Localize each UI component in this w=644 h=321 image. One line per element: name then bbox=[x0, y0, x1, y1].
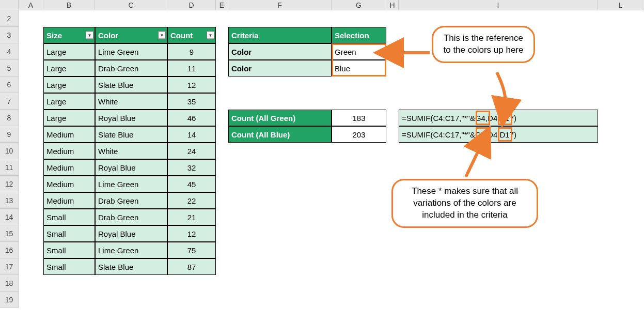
cell-size-12[interactable]: Medium bbox=[43, 176, 95, 192]
row-header-15[interactable]: 15 bbox=[0, 225, 19, 242]
cell-size-17[interactable]: Small bbox=[43, 258, 95, 275]
cell-size-4[interactable]: Large bbox=[43, 43, 95, 60]
row-headers: 2345678910111213141516171819 bbox=[0, 10, 19, 308]
cell-size-9[interactable]: Medium bbox=[43, 126, 95, 143]
cell-color-10[interactable]: White bbox=[95, 143, 167, 159]
row-header-14[interactable]: 14 bbox=[0, 209, 19, 225]
cell-count-15[interactable]: 12 bbox=[167, 225, 216, 242]
row-header-17[interactable]: 17 bbox=[0, 258, 19, 275]
cell-count-13[interactable]: 22 bbox=[167, 192, 216, 209]
filter-dropdown-icon[interactable]: ▼ bbox=[86, 32, 93, 39]
cell-criteria-5[interactable]: Color bbox=[228, 60, 332, 77]
cell-selection-5[interactable]: Blue bbox=[332, 60, 386, 77]
cell-count-12[interactable]: 45 bbox=[167, 176, 216, 192]
cell-size-10[interactable]: Medium bbox=[43, 143, 95, 159]
cell-color-6[interactable]: Slate Blue bbox=[95, 77, 167, 93]
cell-color-4[interactable]: Lime Green bbox=[95, 43, 167, 60]
column-header-H[interactable]: H bbox=[386, 0, 399, 10]
header-color[interactable]: Color▼ bbox=[95, 27, 167, 43]
row-header-2[interactable]: 2 bbox=[0, 10, 19, 27]
cell-count-17[interactable]: 87 bbox=[167, 258, 216, 275]
cell-count-10[interactable]: 24 bbox=[167, 143, 216, 159]
row-header-11[interactable]: 11 bbox=[0, 159, 19, 176]
column-header-F[interactable]: F bbox=[228, 0, 332, 10]
row-header-13[interactable]: 13 bbox=[0, 192, 19, 209]
row-header-18[interactable]: 18 bbox=[0, 275, 19, 292]
column-header-I[interactable]: I bbox=[399, 0, 598, 10]
column-header-E[interactable]: E bbox=[216, 0, 228, 10]
header-selection[interactable]: Selection bbox=[332, 27, 386, 43]
cell-count-9[interactable]: 14 bbox=[167, 126, 216, 143]
callout-wildcard: These * makes sure that all variations o… bbox=[391, 179, 538, 228]
cell-size-13[interactable]: Medium bbox=[43, 192, 95, 209]
cell-color-14[interactable]: Drab Green bbox=[95, 209, 167, 225]
column-header-L[interactable]: L bbox=[598, 0, 643, 10]
column-header-B[interactable]: B bbox=[43, 0, 95, 10]
cell-color-9[interactable]: Slate Blue bbox=[95, 126, 167, 143]
cell-color-11[interactable]: Royal Blue bbox=[95, 159, 167, 176]
cell-count-11[interactable]: 32 bbox=[167, 159, 216, 176]
cell-count-7[interactable]: 35 bbox=[167, 93, 216, 110]
cell-size-5[interactable]: Large bbox=[43, 60, 95, 77]
cell-color-5[interactable]: Drab Green bbox=[95, 60, 167, 77]
cell-count-4[interactable]: 9 bbox=[167, 43, 216, 60]
header-criteria[interactable]: Criteria bbox=[228, 27, 332, 43]
header-size[interactable]: Size▼ bbox=[43, 27, 95, 43]
cell-size-16[interactable]: Small bbox=[43, 242, 95, 258]
cell-size-8[interactable]: Large bbox=[43, 110, 95, 126]
row-header-12[interactable]: 12 bbox=[0, 176, 19, 192]
result-value-9[interactable]: 203 bbox=[332, 126, 386, 143]
cell-count-5[interactable]: 11 bbox=[167, 60, 216, 77]
column-headers: ABCDEFGHIL bbox=[19, 0, 643, 10]
cell-color-17[interactable]: Slate Blue bbox=[95, 258, 167, 275]
row-header-10[interactable]: 10 bbox=[0, 143, 19, 159]
cell-color-16[interactable]: Lime Green bbox=[95, 242, 167, 258]
cell-size-11[interactable]: Medium bbox=[43, 159, 95, 176]
column-header-D[interactable]: D bbox=[167, 0, 216, 10]
column-header-C[interactable]: C bbox=[95, 0, 167, 10]
row-header-4[interactable]: 4 bbox=[0, 43, 19, 60]
column-header-G[interactable]: G bbox=[332, 0, 386, 10]
filter-dropdown-icon[interactable]: ▼ bbox=[207, 32, 214, 39]
cell-count-14[interactable]: 21 bbox=[167, 209, 216, 225]
row-header-5[interactable]: 5 bbox=[0, 60, 19, 77]
row-header-9[interactable]: 9 bbox=[0, 126, 19, 143]
row-header-19[interactable]: 19 bbox=[0, 292, 19, 308]
cell-size-7[interactable]: Large bbox=[43, 93, 95, 110]
cell-size-14[interactable]: Small bbox=[43, 209, 95, 225]
spreadsheet: ABCDEFGHIL 2345678910111213141516171819 … bbox=[0, 0, 644, 321]
cell-count-6[interactable]: 12 bbox=[167, 77, 216, 93]
row-header-6[interactable]: 6 bbox=[0, 77, 19, 93]
result-label-8[interactable]: Count (All Green) bbox=[228, 110, 332, 126]
cell-color-7[interactable]: White bbox=[95, 93, 167, 110]
row-header-7[interactable]: 7 bbox=[0, 93, 19, 110]
row-header-3[interactable]: 3 bbox=[0, 27, 19, 43]
cell-color-13[interactable]: Drab Green bbox=[95, 192, 167, 209]
cell-color-12[interactable]: Lime Green bbox=[95, 176, 167, 192]
callout-reference: This is the reference to the colors up h… bbox=[432, 26, 535, 63]
result-formula-8[interactable]: =SUMIF(C4:C17,"*"&G4,D4:D17) bbox=[399, 110, 598, 126]
header-count[interactable]: Count▼ bbox=[167, 27, 216, 43]
svg-line-1 bbox=[466, 145, 481, 177]
row-header-16[interactable]: 16 bbox=[0, 242, 19, 258]
select-all-corner[interactable] bbox=[0, 0, 19, 10]
row-header-8[interactable]: 8 bbox=[0, 110, 19, 126]
result-label-9[interactable]: Count (All Blue) bbox=[228, 126, 332, 143]
filter-dropdown-icon[interactable]: ▼ bbox=[158, 32, 166, 39]
cell-criteria-4[interactable]: Color bbox=[228, 43, 332, 60]
result-formula-9[interactable]: =SUMIF(C4:C17,"*"&G5,D4:D17) bbox=[399, 126, 598, 143]
cell-count-16[interactable]: 75 bbox=[167, 242, 216, 258]
cell-size-15[interactable]: Small bbox=[43, 225, 95, 242]
cell-color-8[interactable]: Royal Blue bbox=[95, 110, 167, 126]
cell-color-15[interactable]: Royal Blue bbox=[95, 225, 167, 242]
cell-size-6[interactable]: Large bbox=[43, 77, 95, 93]
cell-count-8[interactable]: 46 bbox=[167, 110, 216, 126]
cell-selection-4[interactable]: Green bbox=[332, 43, 386, 60]
column-header-A[interactable]: A bbox=[19, 0, 43, 10]
result-value-8[interactable]: 183 bbox=[332, 110, 386, 126]
